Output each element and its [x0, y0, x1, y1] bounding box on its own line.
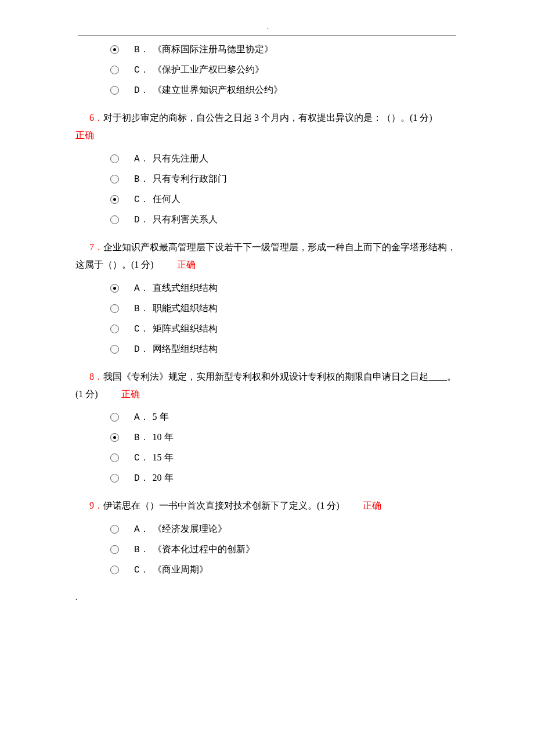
- option-row[interactable]: A． 《经济发展理论》: [110, 523, 459, 535]
- question-number: 6．: [89, 113, 103, 123]
- options-group-8: A． 5 年 B． 10 年 C． 15 年 D． 20 年: [75, 411, 459, 484]
- option-letter: A．: [134, 523, 149, 535]
- option-row[interactable]: C． 矩阵式组织结构: [110, 323, 459, 335]
- radio-icon[interactable]: [110, 453, 119, 462]
- option-text: 20 年: [153, 472, 174, 484]
- radio-icon[interactable]: [110, 154, 119, 163]
- radio-icon[interactable]: [110, 433, 119, 442]
- option-text: 15 年: [153, 452, 174, 464]
- option-row[interactable]: D． 网络型组织结构: [110, 343, 459, 355]
- option-row[interactable]: D． 只有利害关系人: [110, 214, 459, 226]
- header-dot: .: [267, 23, 269, 31]
- option-text: 只有利害关系人: [153, 214, 218, 226]
- option-letter: A．: [134, 411, 149, 423]
- option-row[interactable]: B． 《资本化过程中的创新》: [110, 543, 459, 556]
- option-letter: D．: [134, 214, 149, 226]
- question-8: 8．我国《专利法》规定，实用新型专利权和外观设计专利权的期限自申请日之日起___…: [75, 368, 459, 404]
- options-group-6: A． 只有先注册人 B． 只有专利行政部门 C． 任何人 D． 只有利害关系人: [75, 153, 459, 226]
- option-row[interactable]: A． 只有先注册人: [110, 153, 459, 165]
- option-row[interactable]: B． 只有专利行政部门: [110, 173, 459, 185]
- question-score: (1 分): [75, 389, 98, 399]
- option-text: 任何人: [153, 193, 181, 206]
- option-letter: D．: [134, 343, 149, 355]
- option-text: 只有专利行政部门: [153, 173, 227, 185]
- question-6: 6．对于初步审定的商标，自公告之日起 3 个月内，有权提出异议的是：（）。(1 …: [75, 109, 459, 145]
- option-row[interactable]: B． 10 年: [110, 431, 459, 444]
- question-text: 伊诺思在（）一书中首次直接对技术创新下了定义。: [103, 501, 317, 510]
- option-letter: A．: [134, 282, 149, 294]
- radio-icon[interactable]: [110, 325, 119, 333]
- option-text: 10 年: [153, 431, 174, 444]
- option-letter: B．: [134, 543, 149, 556]
- radio-icon[interactable]: [110, 66, 119, 74]
- radio-icon[interactable]: [110, 86, 119, 95]
- footer-dot: .: [75, 593, 459, 602]
- option-letter: B．: [134, 303, 149, 315]
- radio-icon[interactable]: [110, 304, 119, 313]
- question-number: 8．: [89, 372, 103, 381]
- option-letter: C．: [134, 64, 149, 76]
- radio-icon[interactable]: [110, 413, 119, 422]
- radio-icon[interactable]: [110, 545, 119, 554]
- option-text: 《经济发展理论》: [153, 523, 227, 535]
- option-letter: C．: [134, 193, 149, 206]
- radio-icon[interactable]: [110, 195, 119, 204]
- option-letter: D．: [134, 84, 149, 96]
- option-row[interactable]: A． 直线式组织结构: [110, 282, 459, 294]
- top-options-group: B． 《商标国际注册马德里协定》 C． 《保护工业产权巴黎公约》 D． 《建立世…: [75, 44, 459, 96]
- question-number: 9．: [89, 501, 103, 510]
- option-text: 网络型组织结构: [153, 343, 218, 355]
- radio-icon[interactable]: [110, 525, 119, 534]
- option-row[interactable]: D． 《建立世界知识产权组织公约》: [110, 84, 459, 96]
- radio-icon[interactable]: [110, 345, 119, 354]
- radio-icon[interactable]: [110, 175, 119, 183]
- options-group-7: A． 直线式组织结构 B． 职能式组织结构 C． 矩阵式组织结构 D． 网络型组…: [75, 282, 459, 355]
- question-score: (1 分): [131, 260, 154, 269]
- option-letter: B．: [134, 173, 149, 185]
- radio-icon[interactable]: [110, 45, 119, 54]
- option-letter: C．: [134, 452, 149, 464]
- option-letter: C．: [134, 564, 149, 576]
- options-group-9: A． 《经济发展理论》 B． 《资本化过程中的创新》 C． 《商业周期》: [75, 523, 459, 576]
- option-row[interactable]: C． 《保护工业产权巴黎公约》: [110, 64, 459, 76]
- correct-label: 正确: [177, 260, 196, 269]
- radio-icon[interactable]: [110, 566, 119, 574]
- option-row[interactable]: B． 《商标国际注册马德里协定》: [110, 44, 459, 56]
- question-text: 对于初步审定的商标，自公告之日起 3 个月内，有权提出异议的是：（）。: [103, 113, 410, 123]
- question-score: (1 分): [317, 501, 340, 510]
- option-text: 《保护工业产权巴黎公约》: [153, 64, 264, 76]
- option-letter: C．: [134, 323, 149, 335]
- option-text: 矩阵式组织结构: [153, 323, 218, 335]
- option-letter: D．: [134, 472, 149, 484]
- option-row[interactable]: C． 任何人: [110, 193, 459, 206]
- correct-label: 正确: [121, 389, 140, 399]
- option-text: 《商业周期》: [153, 564, 208, 576]
- option-row[interactable]: C． 《商业周期》: [110, 564, 459, 576]
- option-text: 职能式组织结构: [153, 303, 218, 315]
- radio-icon[interactable]: [110, 474, 119, 483]
- question-9: 9．伊诺思在（）一书中首次直接对技术创新下了定义。(1 分)正确: [75, 497, 459, 514]
- question-7: 7．企业知识产权最高管理层下设若干下一级管理层，形成一种自上而下的金字塔形结构，…: [75, 239, 459, 274]
- header-rule: .: [78, 35, 456, 35]
- option-text: 《商标国际注册马德里协定》: [153, 44, 273, 56]
- option-row[interactable]: C． 15 年: [110, 452, 459, 464]
- option-text: 《资本化过程中的创新》: [153, 543, 255, 556]
- question-text: 我国《专利法》规定，实用新型专利权和外观设计专利权的期限自申请日之日起____。: [103, 372, 456, 381]
- correct-label: 正确: [363, 501, 381, 510]
- option-letter: B．: [134, 44, 149, 56]
- option-letter: B．: [134, 431, 149, 444]
- question-score: (1 分): [410, 113, 432, 123]
- option-row[interactable]: A． 5 年: [110, 411, 459, 423]
- radio-icon[interactable]: [110, 215, 119, 224]
- option-letter: A．: [134, 153, 149, 165]
- option-text: 只有先注册人: [153, 153, 208, 165]
- option-text: 《建立世界知识产权组织公约》: [153, 84, 283, 96]
- document-page: . B． 《商标国际注册马德里协定》 C． 《保护工业产权巴黎公约》 D． 《建…: [0, 0, 534, 637]
- option-row[interactable]: D． 20 年: [110, 472, 459, 484]
- option-text: 5 年: [153, 411, 169, 423]
- correct-label: 正确: [75, 127, 459, 144]
- question-number: 7．: [89, 242, 103, 252]
- option-row[interactable]: B． 职能式组织结构: [110, 303, 459, 315]
- option-text: 直线式组织结构: [153, 282, 218, 294]
- radio-icon[interactable]: [110, 284, 119, 293]
